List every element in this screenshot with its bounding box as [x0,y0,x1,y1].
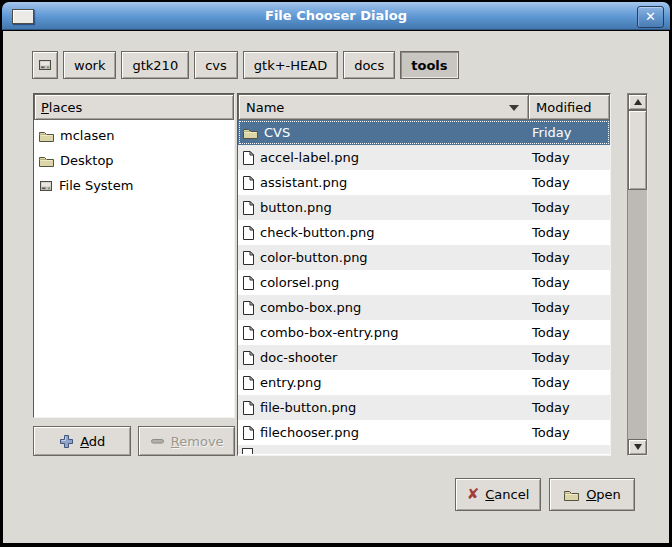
file-icon [242,350,255,366]
harddrive-icon [38,178,54,194]
file-name-cell: doc-shooter [260,350,532,365]
window-title: File Chooser Dialog [2,2,670,30]
file-modified-cell: Today [532,375,610,390]
places-actions: Add Remove [33,426,235,456]
cancel-button[interactable]: ✘ Cancel [455,478,541,511]
path-button-label: docs [354,58,384,73]
name-header-label: Name [246,100,284,115]
file-icon [242,175,255,191]
file-modified-cell: Today [532,425,610,440]
remove-button-label: Remove [171,434,224,449]
path-button-label: gtk+-HEAD [254,58,327,73]
add-button[interactable]: Add [33,426,131,456]
path-button-gtk210[interactable]: gtk210 [121,51,189,79]
file-icon [242,425,255,441]
remove-minus-icon [150,437,165,446]
scroll-down-button[interactable] [628,439,647,455]
vertical-scrollbar[interactable] [627,93,648,456]
sort-descending-icon [509,105,519,111]
name-column-header[interactable]: Name [238,94,529,120]
path-button-work[interactable]: work [63,51,116,79]
file-modified-cell: Today [532,275,610,290]
file-icon [242,300,255,316]
places-header-label: Places [41,100,82,115]
cancel-x-icon: ✘ [467,487,480,502]
file-row[interactable]: doc-shooter Today [238,345,610,370]
remove-button[interactable]: Remove [138,426,235,456]
file-modified-cell: Today [532,300,610,315]
file-rows: CVS Friday accel-label.png Today assista… [238,120,610,455]
place-label: Desktop [60,153,114,168]
file-name-cell: CVS [264,125,532,140]
titlebar[interactable]: File Chooser Dialog ✕ [2,2,670,30]
file-row[interactable]: colorsel.png Today [238,270,610,295]
path-button-docs[interactable]: docs [343,51,395,79]
file-row[interactable]: combo-box-entry.png Today [238,320,610,345]
file-icon [242,275,255,291]
folder-icon [38,154,55,168]
folder-icon [563,488,580,502]
file-modified-cell: Today [532,250,610,265]
file-name-cell: assistant.png [260,175,532,190]
file-row[interactable]: file-button.png Today [238,395,610,420]
modified-header-label: Modified [536,100,591,115]
file-icon [242,325,255,341]
modified-column-header[interactable]: Modified [528,94,610,120]
file-row[interactable]: combo-box.png Today [238,295,610,320]
file-row[interactable]: accel-label.png Today [238,145,610,170]
places-column-header[interactable]: Places [34,94,234,120]
harddrive-icon [37,57,53,73]
file-icon [242,200,255,216]
file-modified-cell: Today [532,150,610,165]
add-button-label: Add [80,434,105,449]
place-label: mclasen [60,128,114,143]
add-plus-icon [59,434,74,449]
file-modified-cell: Today [532,175,610,190]
file-row[interactable]: entry.png Today [238,370,610,395]
file-modified-cell: Today [532,225,610,240]
folder-icon [38,129,55,143]
file-row[interactable]: check-button.png Today [238,220,610,245]
path-button-gtk+-HEAD[interactable]: gtk+-HEAD [243,51,338,79]
file-name-cell: combo-box.png [260,300,532,315]
scroll-up-icon [634,99,642,105]
path-button-harddrive[interactable] [32,51,58,79]
partial-file-row [238,445,610,454]
dialog-body: work gtk210 cvs gtk+-HEAD docs tools Pla… [3,31,669,543]
places-list: mclasen Desktop File System [34,120,234,417]
file-chooser-dialog-window: File Chooser Dialog ✕ work gtk210 cvs gt… [0,0,672,547]
file-name-cell: entry.png [260,375,532,390]
open-button[interactable]: Open [549,478,635,511]
file-list-header: Name Modified [238,94,610,120]
file-modified-cell: Today [532,200,610,215]
file-modified-cell: Today [532,325,610,340]
close-button[interactable]: ✕ [637,6,664,28]
file-modified-cell: Today [532,350,610,365]
file-icon [242,375,255,391]
file-name-cell: check-button.png [260,225,532,240]
path-button-cvs[interactable]: cvs [194,51,238,79]
path-button-label: work [74,58,105,73]
file-row[interactable]: button.png Today [238,195,610,220]
place-label: File System [59,178,133,193]
file-name-cell: filechooser.png [260,425,532,440]
places-list-item-mclasen[interactable]: mclasen [34,123,234,148]
path-button-label: cvs [205,58,227,73]
path-bar: work gtk210 cvs gtk+-HEAD docs tools [32,51,459,79]
file-modified-cell: Today [532,400,610,415]
file-row[interactable]: assistant.png Today [238,170,610,195]
clipped-file-icon [242,448,253,454]
scroll-up-button[interactable] [628,94,647,110]
path-button-tools[interactable]: tools [400,51,458,79]
places-list-item-file-system[interactable]: File System [34,173,234,198]
file-name-cell: file-button.png [260,400,532,415]
places-list-item-desktop[interactable]: Desktop [34,148,234,173]
file-row[interactable]: filechooser.png Today [238,420,610,445]
file-name-cell: color-button.png [260,250,532,265]
file-row[interactable]: color-button.png Today [238,245,610,270]
file-name-cell: accel-label.png [260,150,532,165]
scrollbar-thumb[interactable] [628,110,647,190]
file-row[interactable]: CVS Friday [238,120,610,145]
file-name-cell: combo-box-entry.png [260,325,532,340]
file-list-pane: Name Modified CVS Friday accel-label.png… [237,93,611,456]
